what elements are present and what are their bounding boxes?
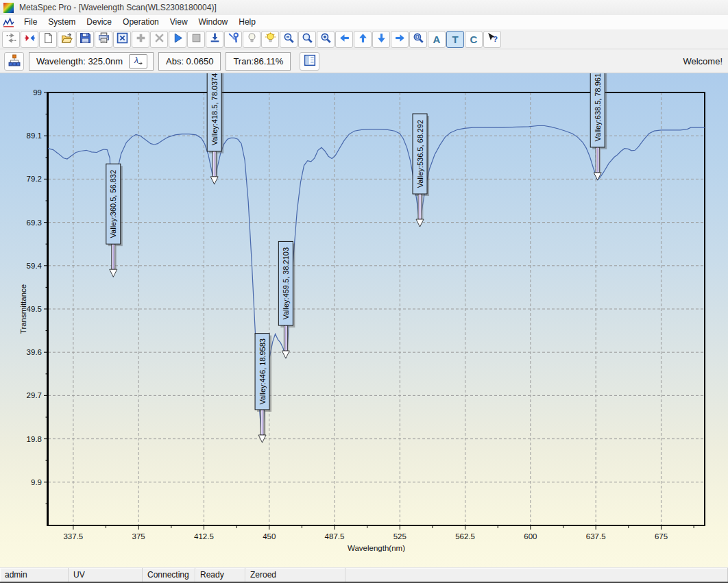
valley-marker[interactable]: Valley:638.5, 78.9616	[590, 73, 607, 180]
valley-marker[interactable]: Valley:446, 18.9583	[255, 334, 271, 443]
status-lamp-mode: UV	[69, 568, 143, 582]
mode-tran-icon: T	[452, 34, 458, 45]
print-button[interactable]	[95, 31, 112, 48]
valley-label: Valley:446, 18.9583	[258, 338, 267, 404]
export-excel-button[interactable]	[113, 31, 131, 48]
lamp-off-button[interactable]	[243, 31, 260, 48]
y-tick-label: 9.9	[31, 478, 42, 486]
x-tick-label: 562.5	[455, 532, 475, 541]
lamp-on-button[interactable]	[261, 31, 279, 48]
valley-marker[interactable]: Valley:536.5, 68.292	[413, 114, 429, 227]
transfer-arrows-button[interactable]	[2, 31, 20, 48]
menu-window[interactable]: Window	[193, 16, 234, 28]
x-tick-label: 337.5	[63, 532, 83, 541]
transfer-arrows-icon	[5, 32, 17, 46]
x-tick-label: 487.5	[325, 532, 345, 541]
zoom-in-icon	[320, 32, 332, 46]
zoom-out-button[interactable]	[280, 31, 298, 48]
zoom-restore-button[interactable]	[409, 31, 427, 48]
menu-operation[interactable]: Operation	[117, 16, 165, 28]
x-tick-label: 450	[263, 532, 276, 541]
stop-scan-icon	[191, 32, 202, 46]
menu-view[interactable]: View	[165, 16, 193, 28]
new-document-button[interactable]	[39, 31, 57, 48]
sitemap-icon	[8, 54, 21, 69]
print-icon	[98, 32, 110, 46]
window-title: MetaSpec Pro - [Wavelength Scan(WLS23081…	[19, 3, 217, 12]
mode-tran-button[interactable]: T	[446, 31, 464, 48]
utilities-button[interactable]	[224, 31, 242, 48]
add-button[interactable]	[132, 31, 149, 48]
open-folder-button[interactable]	[58, 31, 75, 48]
start-scan-button[interactable]	[169, 31, 186, 48]
x-tick-label: 637.5	[586, 532, 606, 541]
y-tick-label: 19.8	[27, 435, 42, 443]
x-tick-label: 412.5	[194, 532, 214, 541]
lambda-icon: λ	[132, 55, 143, 68]
y-tick-label: 89.1	[27, 132, 42, 140]
menu-file[interactable]: File	[19, 16, 43, 28]
help-pointer-button[interactable]: ?	[483, 31, 501, 48]
document-chart-icon[interactable]	[3, 16, 14, 28]
menu-items: FileSystemDeviceOperationViewWindowHelp	[19, 16, 261, 28]
open-folder-icon	[61, 32, 73, 46]
menu-device[interactable]: Device	[81, 16, 117, 28]
valley-marker[interactable]: Valley:418.5, 78.0374	[207, 73, 223, 184]
device-connect-button[interactable]	[4, 52, 24, 71]
pan-right-icon	[394, 32, 406, 46]
zoom-normal-button[interactable]	[298, 31, 316, 48]
titlebar: MetaSpec Pro - [Wavelength Scan(WLS23081…	[0, 0, 728, 15]
delete-icon	[154, 32, 165, 46]
mode-conc-icon: C	[470, 34, 478, 45]
pan-left-icon	[339, 32, 350, 46]
mode-conc-button[interactable]: C	[465, 31, 483, 48]
tran-readout: Tran:86.11%	[226, 52, 291, 71]
pan-down-button[interactable]	[372, 31, 390, 48]
status-filler	[345, 568, 728, 582]
valley-label: Valley:638.5, 78.9616	[594, 73, 602, 141]
mode-abs-button[interactable]: A	[428, 31, 446, 48]
readout-toolbar: Wavelength: 325.0nm λ Abs: 0.0650 Tran:8…	[0, 49, 728, 73]
menu-system[interactable]: System	[43, 16, 81, 28]
save-button[interactable]	[76, 31, 94, 48]
lamp-off-icon	[246, 32, 258, 46]
goto-wavelength-button[interactable]: λ	[129, 54, 147, 69]
align-probes-button[interactable]	[21, 31, 38, 48]
zoom-normal-icon	[302, 32, 313, 46]
collect-baseline-button[interactable]	[206, 31, 223, 48]
utilities-icon	[228, 32, 239, 46]
stop-scan-button[interactable]	[187, 31, 205, 48]
zoom-in-button[interactable]	[317, 31, 335, 48]
abs-readout: Abs: 0.0650	[158, 52, 221, 71]
x-tick-label: 600	[524, 532, 537, 541]
valley-marker[interactable]: Valley:459.5, 38.2103	[278, 241, 295, 358]
wavelength-value: Wavelength: 325.0nm	[36, 56, 123, 66]
delete-button[interactable]	[150, 31, 168, 48]
panel-toggle-button[interactable]	[300, 52, 319, 71]
valley-label: Valley:418.5, 78.0374	[210, 73, 219, 145]
zoom-restore-icon	[413, 32, 424, 46]
chart-panel: 9.919.829.739.649.559.469.379.289.199337…	[0, 73, 728, 567]
pan-right-button[interactable]	[391, 31, 409, 48]
y-tick-label: 69.3	[27, 219, 42, 227]
save-icon	[80, 32, 91, 46]
welcome-text: Welcome!	[683, 56, 723, 66]
pan-left-button[interactable]	[335, 31, 353, 48]
status-bar: adminUVConnectingReadyZeroed	[0, 567, 728, 583]
svg-text:?: ?	[493, 34, 498, 43]
pan-up-button[interactable]	[354, 31, 372, 48]
tick-labels: 9.919.829.739.649.559.469.379.289.199337…	[27, 88, 668, 541]
export-excel-icon	[117, 32, 128, 46]
x-tick-label: 675	[655, 532, 668, 541]
y-axis-title: Transmittance	[19, 284, 27, 334]
y-tick-label: 49.5	[27, 305, 42, 313]
lamp-on-icon	[265, 32, 276, 46]
pan-down-icon	[376, 32, 387, 46]
spectrum-chart[interactable]: 9.919.829.739.649.559.469.379.289.199337…	[0, 73, 728, 567]
svg-text:λ: λ	[134, 55, 138, 64]
status-user: admin	[0, 568, 69, 582]
menu-help[interactable]: Help	[233, 16, 261, 28]
x-axis-title: Wavelength(nm)	[348, 544, 405, 552]
help-pointer-icon: ?	[487, 32, 498, 46]
valley-marker[interactable]: Valley:360.5, 56.832	[106, 164, 123, 277]
